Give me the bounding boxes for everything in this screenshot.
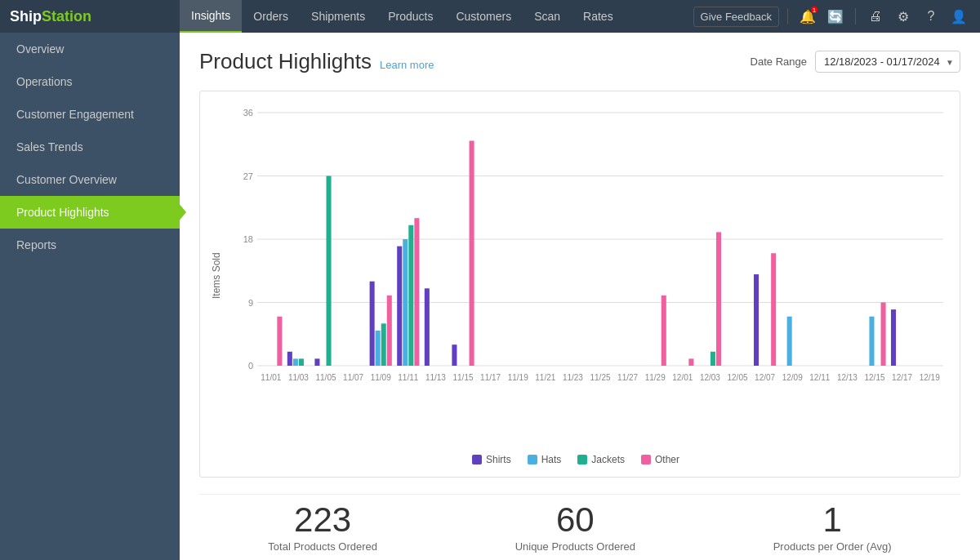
svg-rect-45: [710, 352, 715, 366]
stats-row: 223 Total Products Ordered60 Unique Prod…: [199, 494, 960, 558]
svg-rect-12: [287, 352, 292, 366]
svg-text:12/03: 12/03: [700, 373, 720, 382]
sidebar-item-sales-trends[interactable]: Sales Trends: [0, 131, 180, 163]
svg-rect-16: [314, 358, 319, 366]
svg-rect-52: [787, 317, 792, 366]
top-navigation: ShipStation InsightsOrdersShipmentsProdu…: [0, 0, 980, 33]
notification-icon[interactable]: 🔔 1: [796, 5, 819, 28]
svg-text:11/23: 11/23: [563, 373, 583, 382]
stat-number: 60: [515, 503, 635, 537]
svg-rect-27: [408, 225, 413, 366]
svg-rect-59: [891, 309, 896, 366]
main-content: Product Highlights Learn more Date Range…: [180, 33, 980, 560]
svg-rect-13: [293, 358, 298, 366]
page-title: Product Highlights: [199, 49, 372, 74]
give-feedback-button[interactable]: Give Feedback: [693, 7, 779, 27]
stat-item: 223 Total Products Ordered: [268, 503, 377, 553]
sidebar-item-reports[interactable]: Reports: [0, 229, 180, 261]
stat-label: Products per Order (Avg): [773, 540, 892, 553]
legend-item-jackets: Jackets: [577, 454, 625, 465]
legend-swatch: [528, 455, 537, 464]
chart-legend: Shirts Hats Jackets Other: [200, 447, 951, 469]
svg-rect-33: [470, 140, 474, 366]
svg-rect-23: [387, 296, 392, 366]
svg-rect-28: [414, 218, 419, 366]
nav-link-insights[interactable]: Insights: [180, 0, 242, 33]
page-title-area: Product Highlights Learn more: [199, 49, 434, 74]
svg-rect-20: [370, 282, 375, 366]
sidebar-item-customer-engagement[interactable]: Customer Engagement: [0, 98, 180, 131]
legend-swatch: [577, 455, 587, 464]
stat-item: 1 Products per Order (Avg): [773, 503, 892, 553]
svg-text:11/05: 11/05: [315, 373, 336, 382]
svg-rect-49: [754, 274, 759, 366]
nav-link-shipments[interactable]: Shipments: [300, 0, 376, 33]
date-range-select[interactable]: 12/18/2023 - 01/17/2024: [815, 51, 960, 73]
svg-text:11/11: 11/11: [398, 373, 418, 382]
svg-rect-56: [869, 317, 874, 366]
svg-text:11/29: 11/29: [645, 373, 666, 382]
svg-text:9: 9: [248, 298, 253, 308]
sidebar-item-operations[interactable]: Operations: [0, 65, 180, 98]
notification-badge: 1: [811, 7, 817, 13]
logo: ShipStation: [10, 8, 91, 25]
nav-link-rates[interactable]: Rates: [572, 0, 625, 33]
stat-item: 60 Unique Products Ordered: [515, 503, 635, 553]
svg-text:11/25: 11/25: [590, 373, 610, 382]
svg-rect-25: [397, 247, 402, 366]
svg-rect-43: [688, 358, 693, 366]
svg-rect-17: [327, 176, 332, 367]
svg-rect-46: [716, 232, 721, 366]
svg-text:11/09: 11/09: [371, 373, 391, 382]
svg-rect-10: [277, 317, 282, 366]
stat-number: 223: [268, 503, 377, 537]
svg-rect-26: [403, 239, 408, 366]
nav-link-products[interactable]: Products: [376, 0, 444, 33]
svg-rect-41: [662, 296, 666, 366]
settings-icon[interactable]: ⚙: [892, 5, 915, 28]
svg-text:12/09: 12/09: [782, 373, 803, 382]
svg-text:12/05: 12/05: [727, 373, 747, 382]
date-range-wrapper: 12/18/2023 - 01/17/2024: [815, 51, 960, 73]
bar-chart: 0918273611/0111/0311/0511/0711/0911/1111…: [233, 104, 951, 423]
svg-text:11/15: 11/15: [452, 373, 473, 382]
svg-rect-50: [771, 253, 776, 366]
nav-link-customers[interactable]: Customers: [444, 0, 523, 33]
user-avatar[interactable]: 👤: [947, 5, 970, 28]
nav-links: InsightsOrdersShipmentsProductsCustomers…: [180, 0, 693, 33]
main-layout: OverviewOperationsCustomer EngagementSal…: [0, 33, 980, 560]
svg-rect-21: [376, 331, 381, 366]
sidebar: OverviewOperationsCustomer EngagementSal…: [0, 33, 180, 560]
logo-area[interactable]: ShipStation: [0, 8, 180, 25]
svg-text:11/21: 11/21: [535, 373, 555, 382]
nav-link-scan[interactable]: Scan: [523, 0, 572, 33]
nav-link-orders[interactable]: Orders: [242, 0, 300, 33]
svg-rect-30: [425, 288, 430, 366]
svg-text:36: 36: [243, 108, 253, 118]
chart-area: 0918273611/0111/0311/0511/0711/0911/1111…: [233, 104, 951, 447]
learn-more-link[interactable]: Learn more: [380, 59, 434, 71]
legend-label: Shirts: [486, 454, 511, 465]
refresh-icon[interactable]: 🔄: [824, 5, 847, 28]
svg-text:11/19: 11/19: [508, 373, 528, 382]
legend-label: Jackets: [591, 454, 625, 465]
date-range-label: Date Range: [751, 56, 807, 68]
chart-container: Items Sold 0918273611/0111/0311/0511/071…: [199, 91, 960, 478]
sidebar-item-customer-overview[interactable]: Customer Overview: [0, 163, 180, 196]
chart-inner: Items Sold 0918273611/0111/0311/0511/071…: [200, 104, 951, 447]
svg-text:12/15: 12/15: [864, 373, 884, 382]
help-icon[interactable]: ?: [920, 5, 942, 28]
svg-text:12/11: 12/11: [809, 373, 830, 382]
date-range-area: Date Range 12/18/2023 - 01/17/2024: [751, 51, 960, 73]
svg-text:27: 27: [243, 171, 253, 181]
svg-text:12/19: 12/19: [920, 373, 940, 382]
legend-item-hats: Hats: [528, 454, 562, 465]
svg-text:12/01: 12/01: [672, 373, 693, 382]
legend-swatch: [641, 455, 651, 464]
svg-text:0: 0: [248, 361, 253, 371]
legend-label: Hats: [541, 454, 562, 465]
legend-label: Other: [655, 454, 679, 465]
sidebar-item-overview[interactable]: Overview: [0, 33, 180, 65]
sidebar-item-product-highlights[interactable]: Product Highlights: [0, 196, 180, 229]
print-icon[interactable]: 🖨: [864, 5, 887, 28]
